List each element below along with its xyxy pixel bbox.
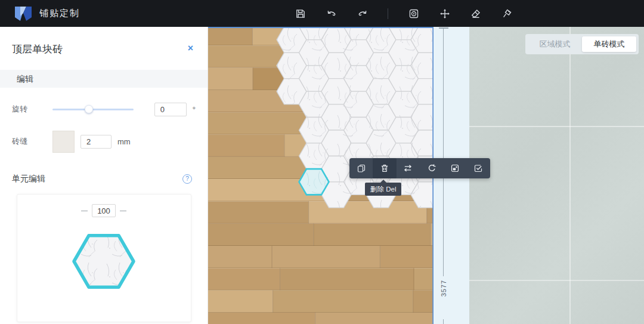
app-title: 铺贴定制 [39,8,80,19]
delete-icon[interactable] [373,158,396,178]
rotate-row: 旋转 ° [12,102,196,116]
unit-hexagon-preview[interactable] [70,233,137,290]
tile-grid-line [469,126,644,127]
rotate-input[interactable] [154,103,187,116]
topbar-toolbar [295,0,512,27]
swap-icon[interactable] [397,158,420,178]
delete-tooltip: 删除 Del [365,183,401,196]
move-icon[interactable] [439,8,450,19]
redo-icon[interactable] [357,8,368,19]
dimension-dash-left [81,211,88,211]
unit-size-input[interactable] [92,204,116,217]
undo-icon[interactable] [326,8,337,19]
close-icon[interactable]: × [188,44,193,53]
grout-width-input[interactable] [80,135,112,149]
area-mode-button[interactable]: 区域模式 [528,36,582,52]
ruler-line [443,319,444,324]
tile-grid-line [469,280,644,281]
grout-color-swatch[interactable] [52,131,75,153]
selected-tile[interactable] [299,169,329,195]
adjacent-tile-surface [469,27,644,324]
left-panel: 顶层单块砖 × 编辑 旋转 ° 砖缝 mm 单元编辑 ? [0,27,208,324]
dimension-value: 3577 [440,270,447,307]
rotate-label: 旋转 [12,104,37,115]
rotate-slider-handle[interactable] [85,105,93,113]
grout-row: 砖缝 mm [12,129,196,153]
topbar: 铺贴定制 [0,0,644,27]
ruler-line [443,29,444,276]
dimension-dash-right [120,211,126,211]
unit-edit-label: 单元编辑 [12,174,45,184]
multiselect-icon[interactable] [467,158,490,178]
unit-size-control [17,204,191,217]
toolbar-divider [388,8,388,19]
save-icon[interactable] [295,8,306,19]
eraser-icon[interactable] [470,8,481,19]
rotate-slider[interactable] [52,105,134,113]
focus-icon[interactable] [408,8,419,19]
unit-edit-card [17,194,191,322]
help-icon[interactable]: ? [182,174,192,184]
replace-icon[interactable] [443,158,466,178]
rotate-icon[interactable] [420,158,443,178]
panel-title: 顶层单块砖 [12,44,63,55]
ruler-tick [439,27,448,29]
app-root: 铺贴定制 [0,0,644,324]
panel-header: 顶层单块砖 × [0,27,208,56]
brush-icon[interactable] [501,8,512,19]
app-logo-icon [14,6,32,21]
rotate-unit: ° [193,105,196,114]
grout-unit: mm [117,137,131,146]
tile-toolbar [349,158,490,178]
duplicate-icon[interactable] [349,158,373,178]
unit-edit-row: 单元编辑 ? [12,174,196,184]
edit-section-header: 编辑 [0,70,208,88]
grout-label: 砖缝 [12,136,37,147]
single-tile-mode-button[interactable]: 单砖模式 [582,36,636,52]
mode-toggle: 区域模式 单砖模式 [525,34,639,54]
